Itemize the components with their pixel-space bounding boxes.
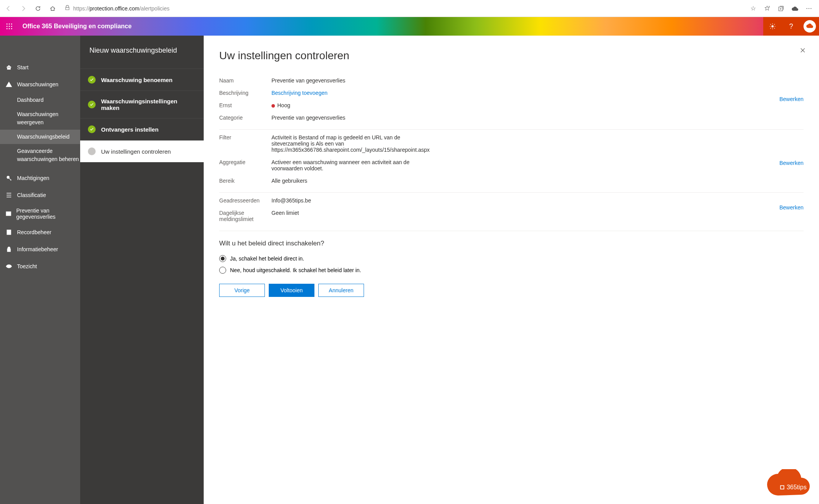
svg-point-5 — [9, 26, 10, 27]
help-icon[interactable]: ? — [782, 17, 800, 36]
svg-point-8 — [9, 28, 10, 29]
more-icon[interactable]: ⋯ — [803, 2, 815, 15]
back-button[interactable] — [2, 2, 15, 15]
suite-title[interactable]: Office 365 Beveiliging en compliance — [19, 23, 136, 30]
svg-point-2 — [9, 24, 10, 25]
svg-point-3 — [11, 24, 12, 25]
svg-point-6 — [11, 26, 12, 27]
svg-point-9 — [11, 28, 12, 29]
suite-header: Office 365 Beveiliging en compliance ? — [0, 17, 819, 36]
address-bar[interactable]: https://protection.office.com/alertpolic… — [61, 3, 745, 14]
favorites-icon[interactable] — [761, 2, 773, 15]
read-aloud-icon[interactable]: ☆ — [747, 2, 759, 15]
browser-toolbar: https://protection.office.com/alertpolic… — [0, 0, 819, 17]
cloud-icon[interactable] — [789, 2, 801, 15]
avatar — [804, 20, 816, 33]
settings-icon[interactable] — [763, 17, 782, 36]
svg-point-4 — [7, 26, 8, 27]
lock-icon — [65, 5, 70, 12]
app-launcher-icon[interactable] — [0, 17, 19, 36]
url-text: https://protection.office.com/alertpolic… — [73, 5, 170, 12]
home-button[interactable] — [46, 2, 59, 15]
account-button[interactable] — [800, 17, 819, 36]
forward-button[interactable] — [17, 2, 29, 15]
svg-point-7 — [7, 28, 8, 29]
svg-point-10 — [772, 26, 774, 27]
svg-point-1 — [7, 24, 8, 25]
refresh-button[interactable] — [32, 2, 44, 15]
collections-icon[interactable] — [775, 2, 787, 15]
